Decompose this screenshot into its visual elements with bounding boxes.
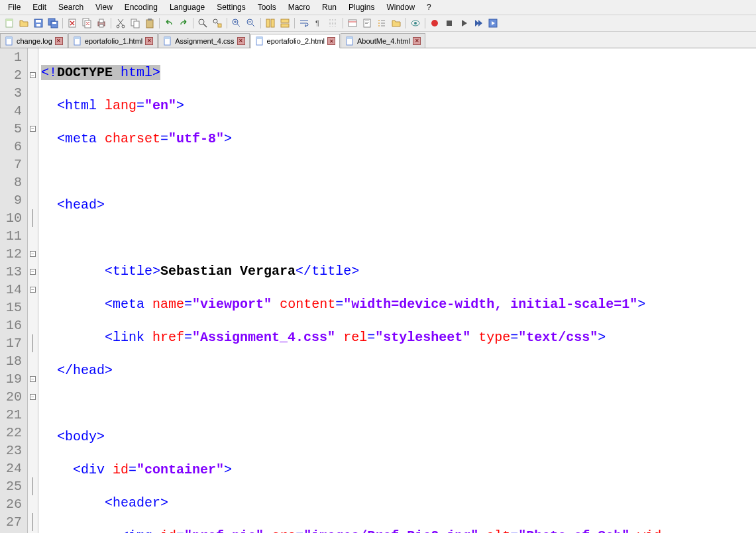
fold-line <box>32 513 33 531</box>
line-number: 5 <box>3 120 22 138</box>
copy-icon[interactable] <box>129 17 142 30</box>
line-number: 22 <box>3 424 22 442</box>
menu-language[interactable]: Language <box>164 1 210 13</box>
print-icon[interactable] <box>95 17 108 30</box>
menu-search[interactable]: Search <box>53 1 89 13</box>
fold-cell: − <box>28 388 38 406</box>
open-file-icon[interactable] <box>17 17 30 30</box>
menu-settings[interactable]: Settings <box>211 1 250 13</box>
svg-rect-32 <box>365 21 369 21</box>
fold-cell: − <box>28 66 38 84</box>
fold-cell: − <box>28 281 38 299</box>
svg-rect-12 <box>99 19 103 23</box>
find-icon[interactable] <box>196 17 209 30</box>
tab-label: Assignment_4.css <box>175 37 234 45</box>
paste-icon[interactable] <box>143 17 156 30</box>
file-icon <box>73 36 82 46</box>
line-number: 26 <box>3 495 22 513</box>
menu-view[interactable]: View <box>90 1 118 13</box>
fold-toggle-icon[interactable]: − <box>30 251 36 257</box>
zoom-out-icon[interactable] <box>244 17 258 30</box>
show-all-chars-icon[interactable]: ¶ <box>312 17 325 30</box>
tab-close-icon[interactable]: ✕ <box>145 37 153 45</box>
record-icon[interactable] <box>428 17 441 30</box>
fold-cell-empty <box>28 495 38 513</box>
fold-cell-empty <box>28 424 38 442</box>
sync-h-icon[interactable] <box>278 17 292 30</box>
play-multi-icon[interactable] <box>472 17 485 30</box>
line-number: 12 <box>3 245 22 263</box>
tab-aboutme-4[interactable]: AboutMe_4.html ✕ <box>341 33 425 48</box>
save-icon[interactable] <box>32 17 45 30</box>
line-number-gutter: 1234567891011121314151617181920212223242… <box>0 48 28 533</box>
replace-icon[interactable] <box>211 17 224 30</box>
fold-cell-empty <box>28 138 38 156</box>
language-icon[interactable] <box>346 17 359 30</box>
svg-rect-45 <box>164 37 170 39</box>
menu-plugins[interactable]: Plugins <box>343 1 380 13</box>
fold-toggle-icon[interactable]: − <box>30 126 36 132</box>
line-number: 17 <box>3 334 22 352</box>
tab-close-icon[interactable]: ✕ <box>55 37 63 45</box>
fold-line <box>32 477 33 495</box>
tab-eportafolio-1[interactable]: eportafolio_1.html ✕ <box>68 33 158 48</box>
menu-window[interactable]: Window <box>381 1 420 13</box>
menu-run[interactable]: Run <box>317 1 342 13</box>
fold-toggle-icon[interactable]: − <box>30 376 36 382</box>
menu-macro[interactable]: Macro <box>283 1 315 13</box>
line-number: 23 <box>3 442 22 460</box>
separator <box>343 18 343 28</box>
menu-edit[interactable]: Edit <box>27 1 52 13</box>
menu-bar: File Edit Search View Encoding Language … <box>0 0 756 15</box>
func-list-icon[interactable] <box>375 17 388 30</box>
doc-map-icon[interactable] <box>360 17 374 30</box>
menu-file[interactable]: File <box>3 1 26 13</box>
fold-cell-empty <box>28 48 38 66</box>
stop-icon[interactable] <box>443 17 456 30</box>
tab-close-icon[interactable]: ✕ <box>413 37 421 45</box>
fold-toggle-icon[interactable]: − <box>30 269 36 275</box>
svg-rect-41 <box>6 37 12 39</box>
svg-rect-19 <box>148 19 152 21</box>
cut-icon[interactable] <box>114 17 127 30</box>
undo-icon[interactable] <box>162 17 176 30</box>
new-file-icon[interactable] <box>3 17 16 30</box>
folder-icon[interactable] <box>390 17 403 30</box>
tab-label: change.log <box>17 37 52 45</box>
svg-rect-1 <box>6 19 13 21</box>
close-all-icon[interactable] <box>80 17 93 30</box>
fold-toggle-icon[interactable]: − <box>30 72 36 78</box>
fold-toggle-icon[interactable]: − <box>30 287 36 293</box>
tab-close-icon[interactable]: ✕ <box>237 37 245 45</box>
save-all-icon[interactable] <box>46 17 60 30</box>
close-icon[interactable] <box>66 17 79 30</box>
menu-encoding[interactable]: Encoding <box>119 1 163 13</box>
save-macro-icon[interactable] <box>486 17 500 30</box>
zoom-in-icon[interactable] <box>230 17 243 30</box>
code-area[interactable]: <!DOCTYPE html> <html lang="en"> <meta c… <box>38 48 756 533</box>
line-number: 19 <box>3 370 22 388</box>
fold-toggle-icon[interactable]: − <box>30 394 36 400</box>
svg-rect-4 <box>36 24 40 26</box>
line-number: 7 <box>3 156 22 173</box>
wordwrap-icon[interactable] <box>297 17 311 30</box>
indent-guide-icon[interactable] <box>327 17 340 30</box>
sync-v-icon[interactable] <box>264 17 277 30</box>
menu-tools[interactable]: Tools <box>252 1 282 13</box>
tab-close-icon[interactable]: ✕ <box>327 37 335 45</box>
tab-change-log[interactable]: change.log ✕ <box>0 33 68 48</box>
line-number: 3 <box>3 84 22 102</box>
tab-label: eportafolio_1.html <box>85 37 142 45</box>
separator <box>425 18 425 28</box>
line-number: 2 <box>3 66 22 84</box>
menu-help[interactable]: ? <box>421 1 437 13</box>
fold-cell-empty <box>28 316 38 334</box>
line-number: 25 <box>3 477 22 495</box>
tab-eportafolio-2[interactable]: eportafolio_2.html ✕ <box>250 34 340 48</box>
separator <box>62 18 63 28</box>
monitor-icon[interactable] <box>409 17 422 30</box>
svg-point-36 <box>414 22 417 24</box>
tab-assignment-4-css[interactable]: Assignment_4.css ✕ <box>158 33 249 48</box>
redo-icon[interactable] <box>177 17 190 30</box>
play-icon[interactable] <box>457 17 470 30</box>
